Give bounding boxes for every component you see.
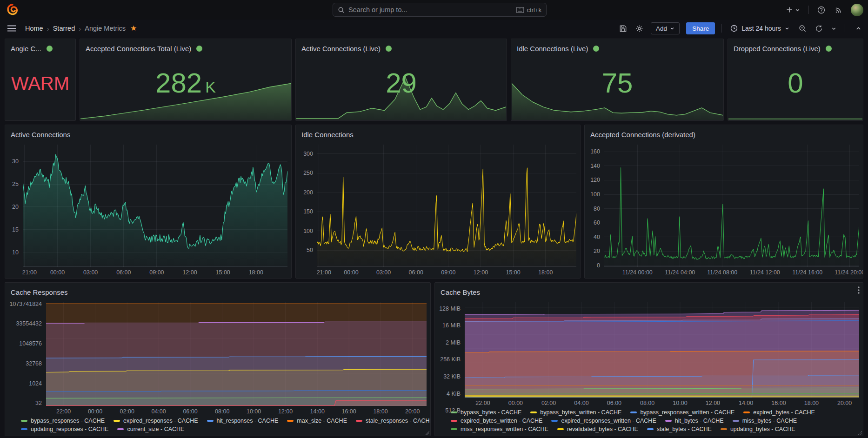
x-tick-label: 12:00	[278, 408, 293, 415]
legend-label: current_size - CACHE	[127, 426, 184, 432]
share-button[interactable]: Share	[686, 22, 715, 34]
y-tick-label: 32	[35, 400, 42, 406]
refresh-button[interactable]	[814, 24, 824, 33]
help-icon	[817, 6, 825, 14]
x-axis: 21:0000:0003:0006:0009:0012:0015:0018:00	[23, 267, 287, 278]
plot-area[interactable]	[317, 145, 576, 267]
x-tick-label: 10:00	[673, 400, 687, 406]
help-button[interactable]	[816, 5, 826, 15]
legend-item[interactable]: current_size - CACHE	[117, 426, 184, 432]
y-tick-label: 40	[594, 234, 600, 240]
legend-item[interactable]: hit_responses - CACHE	[207, 418, 279, 424]
time-range-label: Last 24 hours	[741, 25, 781, 32]
panel-menu-kebab-icon[interactable]	[856, 285, 861, 295]
legend-item[interactable]: miss_bytes - CACHE	[733, 418, 797, 424]
legend-label: expired_bytes_written - CACHE	[461, 418, 542, 424]
time-range-picker[interactable]: Last 24 hours	[728, 24, 791, 33]
y-tick-label: 120	[590, 177, 600, 183]
plot-area[interactable]	[23, 145, 287, 267]
stat-sparkline	[80, 83, 291, 120]
breadcrumb-starred[interactable]: Starred	[53, 25, 75, 32]
new-menu-button[interactable]	[785, 5, 801, 14]
panel-title[interactable]: Idle Connections	[301, 131, 354, 139]
legend-item[interactable]: bypass_bytes - CACHE	[451, 409, 521, 416]
breadcrumb-home[interactable]: Home	[25, 25, 43, 32]
legend-item[interactable]: expired_bytes_written - CACHE	[451, 418, 542, 424]
x-tick-label: 12:00	[182, 269, 197, 276]
legend-item[interactable]: expired_responses_written - CACHE	[551, 418, 656, 424]
x-tick-label: 06:00	[116, 269, 131, 276]
add-panel-button[interactable]: Add	[651, 22, 680, 34]
live-indicator-dot	[386, 46, 392, 52]
news-button[interactable]	[834, 5, 843, 15]
panel-title[interactable]: Cache Responses	[11, 288, 68, 296]
collapse-toolbar-button[interactable]	[855, 25, 862, 33]
grafana-logo[interactable]	[7, 4, 19, 16]
plot-area[interactable]	[465, 302, 859, 398]
search-input[interactable]: Search or jump to... ctrl+k	[333, 3, 547, 17]
legend-item[interactable]: updating_responses - CACHE	[21, 426, 108, 432]
legend-item[interactable]: bypass_bytes_written - CACHE	[530, 409, 621, 416]
x-tick-label: 18:00	[249, 269, 263, 276]
legend-swatch	[557, 428, 564, 430]
panel-title[interactable]: Idle Connections (Live)	[517, 45, 588, 53]
zoom-out-time-button[interactable]	[798, 24, 808, 33]
panel-resize-handle[interactable]	[858, 431, 862, 435]
legend-item[interactable]: stale_responses - CACHE	[356, 418, 431, 424]
x-tick-label: 15:00	[506, 269, 520, 276]
y-axis: 107374182433554432104857632768102432	[5, 302, 46, 406]
user-avatar[interactable]	[851, 4, 863, 16]
dashboard-settings-button[interactable]	[634, 24, 644, 33]
panel-title[interactable]: Active Connections (Live)	[301, 45, 381, 53]
plot-area[interactable]	[604, 145, 859, 267]
plot-area[interactable]	[46, 302, 427, 406]
plus-icon	[786, 6, 793, 13]
save-dashboard-button[interactable]	[618, 24, 628, 33]
panel-resize-handle[interactable]	[426, 431, 429, 435]
legend-label: hit_bytes - CACHE	[675, 418, 724, 424]
panel-title[interactable]: Angie C...	[11, 45, 41, 53]
panel-title[interactable]: Accepted Connections (derivated)	[590, 131, 695, 139]
legend-swatch	[451, 420, 457, 422]
x-tick-label: 11/24 20:00	[835, 269, 863, 276]
legend-label: stale_responses - CACHE	[366, 418, 431, 424]
panel-title[interactable]: Dropped Connections (Live)	[734, 45, 821, 53]
legend-swatch	[733, 420, 739, 422]
legend-item[interactable]: bypass_responses_written - CACHE	[630, 409, 734, 416]
legend-item[interactable]: updating_bytes - CACHE	[721, 426, 795, 432]
panel-accepted-connections-total: Accepted Connections Total (Live) 282K	[80, 39, 292, 121]
legend-item[interactable]: hit_bytes - CACHE	[665, 418, 724, 424]
panel-angie-cache-state: Angie C... WARM	[5, 39, 76, 121]
x-tick-label: 16:00	[771, 400, 786, 406]
legend-item[interactable]: miss_responses_written - CACHE	[451, 426, 548, 432]
legend-swatch	[117, 428, 124, 430]
refresh-interval-dropdown[interactable]	[830, 25, 837, 32]
chart-legend: bypass_bytes - CACHEbypass_bytes_written…	[435, 409, 863, 436]
panel-title[interactable]: Accepted Connections Total (Live)	[86, 45, 191, 53]
divider	[721, 24, 722, 33]
grafana-dashboard: Search or jump to... ctrl+k	[0, 0, 868, 438]
top-navbar: Search or jump to... ctrl+k	[0, 0, 868, 20]
x-tick-label: 14:00	[310, 408, 325, 415]
x-tick-label: 11/24 04:00	[665, 269, 695, 276]
mega-menu-toggle[interactable]	[6, 23, 18, 33]
search-shortcut-hint: ctrl+k	[516, 7, 541, 13]
hamburger-icon	[7, 25, 16, 32]
legend-item[interactable]: stale_bytes - CACHE	[647, 426, 712, 432]
y-tick-label: 32 KiB	[443, 373, 461, 380]
legend-swatch	[721, 428, 727, 430]
legend-row: updating_responses - CACHEcurrent_size -…	[21, 426, 426, 432]
legend-item[interactable]: expired_bytes - CACHE	[743, 409, 815, 416]
search-placeholder: Search or jump to...	[348, 6, 516, 13]
legend-item[interactable]: bypass_responses - CACHE	[21, 418, 105, 424]
x-axis: 21:0000:0003:0006:0009:0012:0015:0018:00	[317, 267, 576, 278]
panel-title[interactable]: Cache Bytes	[441, 288, 480, 296]
favorite-star-icon[interactable]: ★	[130, 25, 137, 32]
legend-item[interactable]: max_size - CACHE	[287, 418, 347, 424]
x-tick-label: 00:00	[508, 400, 523, 406]
refresh-icon	[815, 25, 823, 33]
legend-item[interactable]: revalidated_bytes - CACHE	[557, 426, 638, 432]
y-tick-label: 20	[594, 248, 600, 254]
legend-item[interactable]: expired_responses - CACHE	[114, 418, 198, 424]
panel-title[interactable]: Active Connections	[11, 131, 70, 139]
